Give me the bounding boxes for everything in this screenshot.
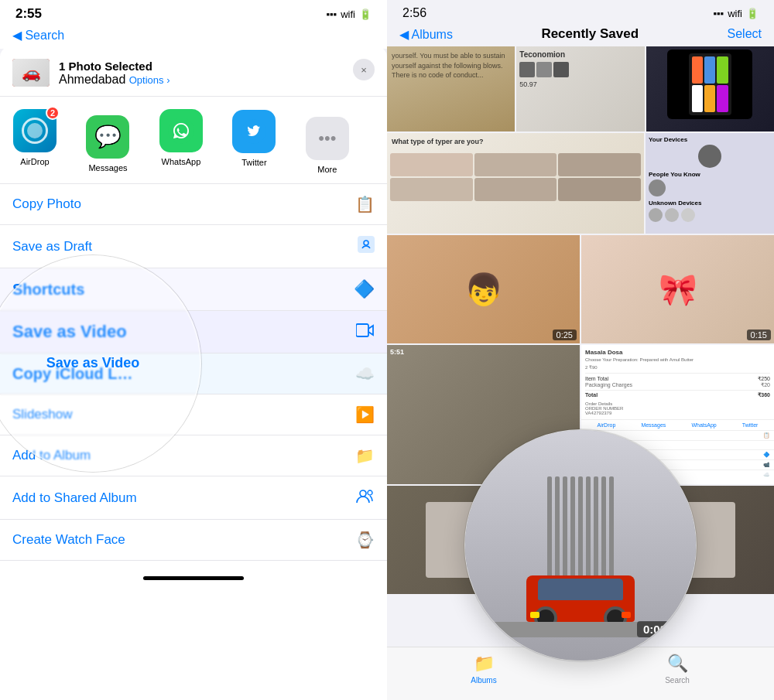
whatsapp-label: WhatsApp	[162, 157, 201, 166]
left-status-icons: ▪▪▪ wifi 🔋	[326, 9, 372, 20]
mini-icloud-row: Copy iCloud Link☁️	[581, 470, 774, 480]
save-video-label: Save as Video	[12, 322, 127, 342]
whatsapp-app[interactable]: WhatsApp	[154, 109, 208, 166]
messages-label: Messages	[88, 163, 127, 172]
svg-point-0	[168, 118, 194, 144]
copy-icloud-row[interactable]: Copy iCloud L… ☁️	[0, 353, 387, 394]
tab-bar: 📁 Albums 🔍 Search	[387, 647, 774, 700]
copy-photo-row[interactable]: Copy Photo 📋	[0, 184, 387, 225]
save-video-icon	[356, 323, 375, 342]
save-as-video-row[interactable]: Save as Video	[0, 311, 387, 353]
photo-cell-food[interactable]: 5:51	[387, 345, 580, 484]
more-app[interactable]: ••• More	[300, 117, 354, 174]
slideshow-label: Slideshow	[12, 407, 73, 422]
photo-cell-receipt[interactable]: Masala Dosa Choose Your Preparation: Pre…	[581, 345, 774, 484]
tab-search[interactable]: 🔍 Search	[580, 654, 774, 685]
albums-back-button[interactable]: ◀ Albums	[399, 27, 453, 42]
photo-row-2: What type of typer are you? Your Devices…	[387, 133, 774, 234]
add-album-label: Add to Album	[12, 448, 91, 463]
photo-cell-3[interactable]	[646, 46, 774, 131]
right-status-icons: ▪▪▪ wifi 🔋	[713, 8, 759, 19]
copy-icloud-icon: ☁️	[355, 364, 375, 383]
right-status-bar: 2:56 ▪▪▪ wifi 🔋	[387, 0, 774, 23]
create-watch-label: Create Watch Face	[12, 532, 125, 548]
video2-duration: 0:15	[747, 330, 771, 340]
photo-cell-devices[interactable]: Your Devices People You Know Unknown Dev…	[646, 133, 774, 234]
right-wifi-icon: wifi	[728, 8, 742, 19]
typing-grid	[387, 150, 644, 204]
photo-cell-car-bg[interactable]: 🚗	[387, 486, 774, 594]
left-time: 2:55	[15, 6, 42, 22]
tab-albums[interactable]: 📁 Albums	[387, 654, 580, 685]
receipt-content: Masala Dosa Choose Your Preparation: Pre…	[581, 345, 774, 419]
shortcuts-row[interactable]: Shortcuts 🔷	[0, 268, 387, 311]
add-to-shared-album-row[interactable]: Add to Shared Album	[0, 476, 387, 520]
mini-shortcuts-row: Shortcuts🔷	[581, 450, 774, 460]
share-title-area: 1 Photo Selected Ahmedabad Options ›	[59, 60, 170, 87]
right-phone: 2:56 ▪▪▪ wifi 🔋 ◀ Albums Recently Saved …	[387, 0, 774, 700]
select-button[interactable]: Select	[728, 27, 762, 41]
share-thumbnail	[12, 59, 50, 87]
twitter-icon[interactable]	[232, 110, 276, 153]
photo-grid-area: yourself. You must be able to sustain yo…	[387, 46, 774, 638]
battery-icon: 🔋	[359, 9, 372, 20]
share-sheet: 1 Photo Selected Ahmedabad Options › × 2…	[0, 46, 387, 700]
airdrop-app[interactable]: 2 AirDrop	[8, 109, 62, 166]
photo-row-4: 5:51 Masala Dosa Choose Your Preparation…	[387, 345, 774, 484]
apps-row: 2 AirDrop 💬 Messages WhatsApp	[0, 97, 387, 184]
typing-header: What type of typer are you?	[387, 133, 644, 150]
location-text: Ahmedabad	[59, 73, 125, 86]
albums-title: Recently Saved	[541, 26, 639, 42]
copy-photo-icon: 📋	[355, 195, 375, 213]
save-as-draft-row[interactable]: Save as Draft	[0, 225, 387, 268]
svg-point-6	[368, 490, 372, 495]
mini-copy-row: Copy Photo📋	[581, 431, 774, 441]
messages-icon[interactable]: 💬	[86, 115, 129, 159]
signal-icon: ▪▪▪	[326, 9, 337, 20]
mini-whatsapp: WhatsApp	[691, 422, 716, 428]
back-button[interactable]: ◀ Search	[12, 28, 64, 43]
close-button[interactable]: ×	[353, 59, 375, 80]
share-subtitle: Ahmedabad Options ›	[59, 73, 170, 87]
airdrop-icon[interactable]: 2	[13, 109, 57, 152]
photo-cell-video2[interactable]: 🎀 0:15	[581, 235, 774, 343]
photo-cell-typing[interactable]: What type of typer are you?	[387, 133, 644, 234]
mini-messages: Messages	[641, 422, 666, 428]
right-time: 2:56	[402, 6, 426, 20]
mini-airdrop: AirDrop	[598, 422, 616, 428]
photo-cell-video1[interactable]: 👦 0:25	[387, 235, 580, 343]
search-tab-label: Search	[665, 676, 690, 685]
airdrop-graphic	[22, 118, 48, 144]
food-label: 5:51	[390, 348, 404, 356]
add-shared-album-label: Add to Shared Album	[12, 490, 137, 506]
more-label: More	[317, 165, 337, 174]
photo-row-1: yourself. You must be able to sustain yo…	[387, 46, 774, 131]
left-nav-bar: ◀ Search	[0, 25, 387, 49]
right-battery-icon: 🔋	[746, 8, 759, 19]
photo-cell-2[interactable]: Teconomion 50.97	[516, 46, 644, 131]
albums-tab-label: Albums	[471, 676, 496, 685]
devices-panel: Your Devices People You Know Unknown Dev…	[646, 133, 774, 225]
options-link[interactable]: Options ›	[129, 74, 170, 86]
shortcuts-icon: 🔷	[354, 279, 375, 299]
bottom-pad	[0, 576, 387, 615]
video1-content: 👦	[387, 235, 580, 343]
more-icon[interactable]: •••	[306, 117, 349, 160]
mini-video-row: Save as Video📹	[581, 460, 774, 470]
messages-app[interactable]: 💬 Messages	[80, 115, 135, 172]
wifi-icon: wifi	[341, 9, 355, 20]
svg-rect-4	[356, 324, 368, 336]
photo-row-3: 👦 0:25 🎀 0:15	[387, 235, 774, 343]
shortcuts-label: Shortcuts	[12, 281, 84, 299]
airdrop-badge: 2	[46, 106, 60, 120]
photo-cell-1[interactable]: yourself. You must be able to sustain yo…	[387, 46, 515, 131]
create-watch-face-row[interactable]: Create Watch Face ⌚	[0, 520, 387, 561]
add-shared-album-icon	[356, 487, 375, 508]
slideshow-row[interactable]: Slideshow ▶️	[0, 394, 387, 435]
add-to-album-row[interactable]: Add to Album 📁	[0, 435, 387, 476]
whatsapp-icon[interactable]	[159, 109, 203, 152]
twitter-app[interactable]: Twitter	[227, 110, 281, 167]
svg-rect-2	[358, 236, 375, 253]
share-title: 1 Photo Selected	[59, 60, 170, 73]
photo-text-1: yourself. You must be able to sustain yo…	[387, 46, 515, 85]
